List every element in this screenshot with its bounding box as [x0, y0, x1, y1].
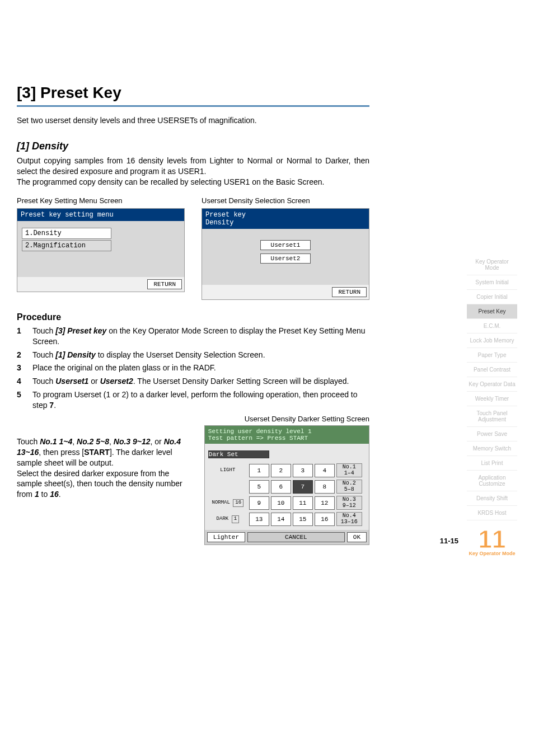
- step-bold: Userset1: [55, 377, 88, 386]
- lcd1-title: Preset key setting menu: [17, 209, 184, 221]
- density-3[interactable]: 3: [293, 464, 313, 477]
- lcd3-head1: Setting user density level 1: [208, 428, 366, 435]
- sidebar-item[interactable]: Application Customize: [467, 471, 517, 491]
- sidebar-item[interactable]: Panel Contrast: [467, 363, 517, 377]
- intro-text: Set two userset density levels and three…: [17, 116, 369, 125]
- sidebar-item[interactable]: Touch Panel Adjustment: [467, 406, 517, 427]
- step-text: Touch: [32, 326, 55, 335]
- userset-density-darker-screen: Setting user density level 1 Test patter…: [204, 425, 369, 545]
- t: to: [39, 490, 50, 499]
- page-title: [3] Preset Key: [17, 84, 369, 102]
- sidebar-item[interactable]: Density Shift: [467, 491, 517, 506]
- density-1[interactable]: 1: [249, 464, 269, 477]
- sidebar-item[interactable]: Key Operator Data: [467, 377, 517, 392]
- screen1-caption: Preset Key Setting Menu Screen: [17, 196, 185, 205]
- userset-density-selection-screen: Preset key Density Userset1 Userset2 RET…: [202, 208, 369, 300]
- sidebar-item[interactable]: Memory Switch: [467, 442, 517, 456]
- b: No.1 1~4: [40, 437, 72, 446]
- density-12[interactable]: 12: [315, 496, 335, 510]
- step-text: or: [88, 377, 100, 386]
- step-text: To program Userset (1 or 2) to a darker …: [32, 390, 358, 410]
- step-number: 5: [17, 389, 32, 411]
- userset2-button[interactable]: Userset2: [260, 253, 311, 264]
- dark-label: DARK 1: [208, 515, 247, 523]
- group-no4[interactable]: No.4 13–16: [336, 512, 362, 526]
- t: ,: [109, 437, 114, 446]
- step-bold: 7: [49, 401, 54, 410]
- step-5: 5 To program Userset (1 or 2) to a darke…: [17, 389, 369, 411]
- ok-button[interactable]: OK: [347, 532, 367, 542]
- normal-label: NORMAL 16: [208, 499, 247, 507]
- chapter-label: Key Operator Mode: [467, 551, 517, 556]
- b: START: [84, 448, 110, 457]
- density-10[interactable]: 10: [271, 496, 291, 510]
- step-bold: [1] Density: [55, 350, 96, 359]
- light-label: LIGHT: [208, 468, 247, 473]
- return-button[interactable]: RETURN: [147, 279, 182, 289]
- sidebar-item[interactable]: Lock Job Memory: [467, 334, 517, 348]
- step-3: 3 Place the original on the platen glass…: [17, 363, 369, 374]
- lcd3-head2: Test pattern => Press START: [208, 435, 366, 442]
- step-1: 1 Touch [3] Preset key on the Key Operat…: [17, 326, 369, 348]
- density-4[interactable]: 4: [315, 464, 335, 477]
- b: No.3 9~12: [114, 437, 151, 446]
- step-text: .: [54, 401, 56, 410]
- density-6[interactable]: 6: [271, 480, 291, 494]
- userset1-button[interactable]: Userset1: [260, 240, 311, 250]
- step-text: . The Userset Density Darker Setting Scr…: [133, 377, 349, 386]
- lighter-button[interactable]: Lighter: [207, 532, 245, 542]
- menu-item-magnification[interactable]: 2.Magnification: [22, 240, 111, 251]
- sidebar-item[interactable]: Weekly Timer: [467, 392, 517, 406]
- section-heading-density: [1] Density: [17, 140, 369, 152]
- group-no3[interactable]: No.3 9–12: [336, 496, 362, 510]
- step-number: 3: [17, 363, 32, 374]
- group-no1[interactable]: No.1 1–4: [336, 463, 362, 477]
- sidebar-item[interactable]: KRDS Host: [467, 506, 517, 520]
- group-no2[interactable]: No.2 5–8: [336, 480, 362, 494]
- step-4: 4 Touch Userset1 or Userset2. The Userse…: [17, 376, 369, 387]
- screen2-caption: Userset Density Selection Screen: [202, 196, 369, 205]
- density-13[interactable]: 13: [249, 513, 269, 526]
- chapter-badge: 11 Key Operator Mode: [467, 528, 517, 556]
- normal-indicator: 16: [233, 499, 243, 507]
- sidebar-item[interactable]: Key Operator Mode: [467, 255, 517, 275]
- sidebar-item[interactable]: List Print: [467, 456, 517, 471]
- procedure-heading: Procedure: [17, 312, 369, 322]
- density-2[interactable]: 2: [271, 464, 291, 477]
- sidebar-item[interactable]: Power Save: [467, 427, 517, 442]
- step-2: 2 Touch [1] Density to display the Users…: [17, 350, 369, 361]
- preset-key-menu-screen: Preset key setting menu 1.Density 2.Magn…: [17, 208, 185, 292]
- step-text: to display the Userset Density Selection…: [96, 350, 265, 359]
- density-15[interactable]: 15: [293, 513, 313, 526]
- t: NORMAL: [212, 500, 230, 505]
- step-text: Touch: [32, 350, 55, 359]
- menu-item-density[interactable]: 1.Density: [22, 228, 111, 239]
- t: , then press [: [39, 448, 84, 457]
- lcd3-header: Setting user density level 1 Test patter…: [205, 426, 369, 444]
- density-5[interactable]: 5: [249, 480, 269, 494]
- sidebar-item[interactable]: System Initial: [467, 275, 517, 290]
- sidebar-item[interactable]: Copier Initial: [467, 290, 517, 304]
- instruction-paragraph-1: Touch No.1 1~4, No.2 5~8, No.3 9~12, or …: [17, 436, 193, 468]
- density-16[interactable]: 16: [315, 513, 335, 526]
- page-number: 11-15: [440, 537, 458, 545]
- density-7-selected[interactable]: 7: [293, 480, 313, 494]
- b: 16: [50, 490, 59, 499]
- t: .: [59, 490, 61, 499]
- density-9[interactable]: 9: [249, 496, 269, 510]
- step-bold: Userset2: [100, 377, 133, 386]
- sidebar-item[interactable]: Paper Type: [467, 348, 517, 363]
- chapter-number: 11: [467, 528, 517, 551]
- density-14[interactable]: 14: [271, 513, 291, 526]
- sidebar-item[interactable]: Preset Key: [467, 304, 517, 319]
- step-number: 4: [17, 376, 32, 387]
- t: Touch: [17, 437, 40, 446]
- instruction-paragraph-2: Select the desired darker exposure from …: [17, 468, 193, 500]
- density-11[interactable]: 11: [293, 496, 313, 510]
- return-button[interactable]: RETURN: [332, 287, 367, 297]
- density-description-1: Output copying samples from 16 density l…: [17, 156, 369, 177]
- t: , or: [151, 437, 164, 446]
- cancel-button[interactable]: CANCEL: [247, 532, 345, 542]
- sidebar-item[interactable]: E.C.M.: [467, 319, 517, 334]
- density-8[interactable]: 8: [315, 480, 335, 494]
